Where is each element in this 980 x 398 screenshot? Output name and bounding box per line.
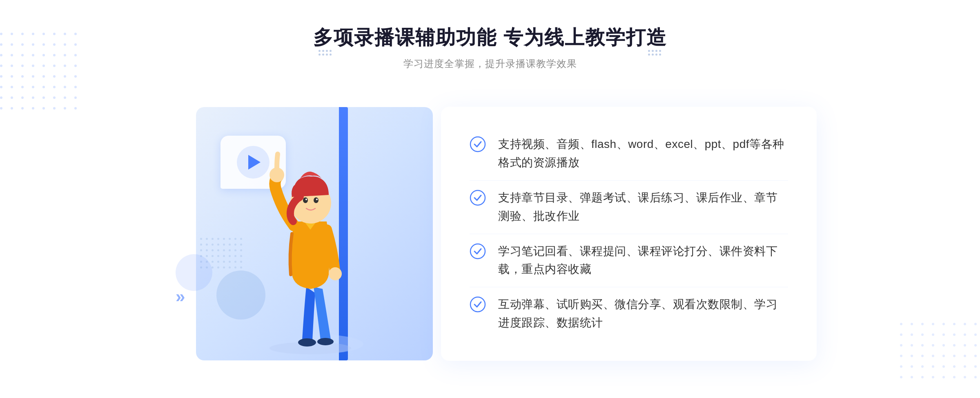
feature-text-4: 互动弹幕、试听购买、微信分享、观看次数限制、学习进度跟踪、数据统计 — [498, 295, 788, 332]
svg-point-3 — [317, 338, 334, 345]
arrow-left-icon: » — [176, 287, 182, 306]
svg-point-5 — [329, 267, 342, 280]
svg-point-12 — [470, 137, 485, 152]
sub-title: 学习进度全掌握，提升录播课教学效果 — [313, 57, 666, 70]
content-area: » — [163, 91, 817, 377]
svg-point-9 — [314, 197, 318, 203]
svg-point-11 — [316, 199, 318, 200]
bg-scatter-dots-left — [0, 33, 80, 134]
person-illustration — [245, 132, 376, 360]
main-title: 多项录播课辅助功能 专为线上教学打造 — [313, 25, 666, 51]
feature-item-3: 学习笔记回看、课程提问、课程评论打分、课件资料下载，重点内容收藏 — [470, 234, 788, 288]
svg-point-8 — [303, 197, 308, 203]
svg-point-15 — [470, 297, 485, 312]
svg-point-2 — [298, 338, 316, 347]
feature-item-4: 互动弹幕、试听购买、微信分享、观看次数限制、学习进度跟踪、数据统计 — [470, 287, 788, 340]
deco-circle-medium — [176, 254, 212, 291]
header-section: 多项录播课辅助功能 专为线上教学打造 学习进度全掌握，提升录播课教学效果 — [313, 25, 666, 70]
illustration-wrapper: » — [163, 91, 449, 377]
svg-point-14 — [470, 244, 485, 259]
feature-text-3: 学习笔记回看、课程提问、课程评论打分、课件资料下载，重点内容收藏 — [498, 242, 788, 279]
check-icon-1 — [470, 136, 486, 152]
feature-item-1: 支持视频、音频、flash、word、excel、ppt、pdf等各种格式的资源… — [470, 127, 788, 181]
bg-scatter-dots-right — [900, 323, 980, 382]
check-icon-3 — [470, 243, 486, 259]
title-dots-left — [648, 50, 662, 56]
page-container: // rendered inline below 多项录播课辅助功能 专为线上教… — [0, 0, 980, 398]
features-card: 支持视频、音频、flash、word、excel、ppt、pdf等各种格式的资源… — [441, 107, 817, 360]
title-dots-right — [318, 50, 332, 56]
svg-point-10 — [305, 199, 307, 200]
svg-point-13 — [470, 190, 485, 205]
check-icon-4 — [470, 296, 486, 313]
feature-text-1: 支持视频、音频、flash、word、excel、ppt、pdf等各种格式的资源… — [498, 135, 788, 172]
feature-text-2: 支持章节目录、弹题考试、课后练习、课后作业、章节测验、批改作业 — [498, 189, 788, 226]
check-icon-2 — [470, 190, 486, 206]
feature-item-2: 支持章节目录、弹题考试、课后练习、课后作业、章节测验、批改作业 — [470, 181, 788, 234]
